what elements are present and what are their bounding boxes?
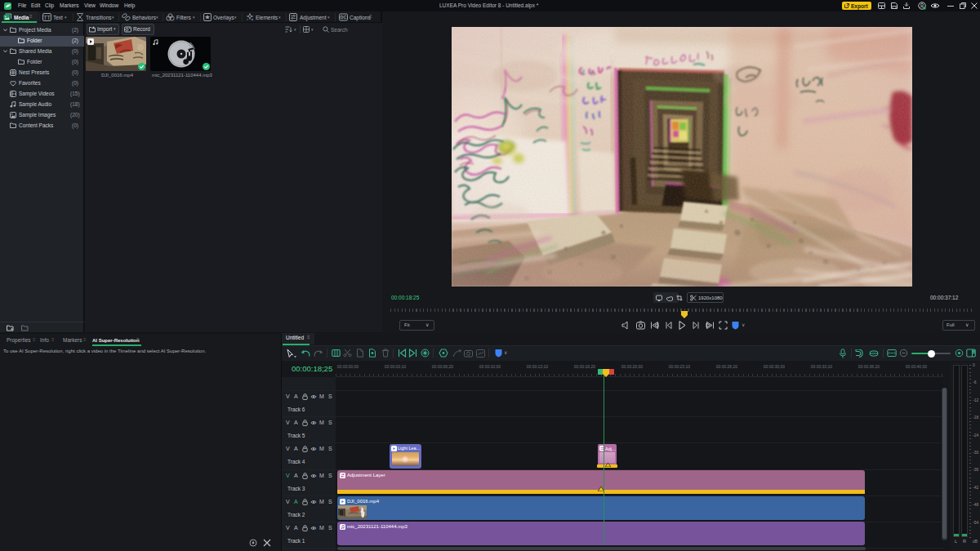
svg-text:TT: TT [43,15,51,20]
svg-text:DC: DC [341,15,347,20]
